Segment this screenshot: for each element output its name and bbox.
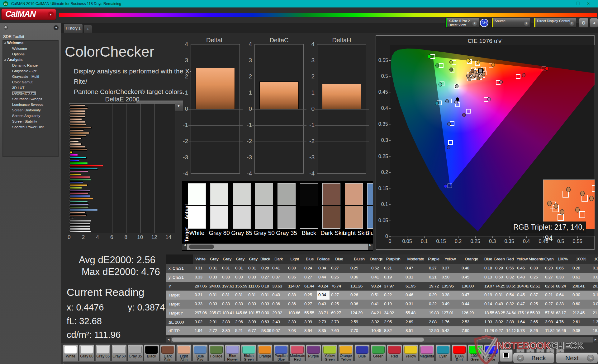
table-cell[interactable]: 0.21 xyxy=(543,291,554,300)
table-cell[interactable]: 74.25 xyxy=(494,282,505,291)
table-cell[interactable]: 58.39 xyxy=(260,326,271,335)
sidebar-item-analysis[interactable]: ◢Analysis xyxy=(3,57,58,63)
table-cell[interactable]: 34.92 xyxy=(382,309,404,318)
table-cell[interactable]: 37.97 xyxy=(382,282,404,291)
table-cell[interactable]: 2.96 xyxy=(234,318,247,327)
table-cell[interactable]: 0.31 xyxy=(234,291,247,300)
table-cell[interactable]: 5.73 xyxy=(515,326,529,335)
table-cell[interactable]: 0.28 xyxy=(260,264,271,273)
table-cell[interactable]: 0.18 xyxy=(483,264,494,273)
table-cell[interactable]: 0.46 xyxy=(404,291,427,300)
table-cell[interactable]: 0.50 xyxy=(494,273,505,282)
table-cell[interactable]: 0.27 xyxy=(303,273,317,282)
source-dropdown[interactable]: Source ▼ xyxy=(491,18,531,28)
table-cell[interactable]: 63.17 xyxy=(554,309,571,318)
table-cell[interactable]: 297.06 xyxy=(193,309,208,318)
table-cell[interactable]: 11.28 xyxy=(483,326,494,335)
table-cell[interactable]: 2.88 xyxy=(221,318,234,327)
chip-blue[interactable]: Blue xyxy=(354,344,370,362)
table-cell[interactable]: 0.31 xyxy=(404,273,427,282)
table-cell[interactable]: 0.18 xyxy=(260,282,271,291)
table-cell[interactable]: 3.80 xyxy=(221,326,234,335)
table-cell[interactable]: 1.64 xyxy=(515,318,529,327)
table-cell[interactable]: 135.95 xyxy=(440,282,460,291)
table-cell[interactable]: 0.21 xyxy=(427,273,440,282)
sidebar-item-dynamic-range[interactable]: Dynamic Range xyxy=(3,63,58,68)
table-cell[interactable]: 184.42 xyxy=(515,282,529,291)
table-cell[interactable]: 0.45 xyxy=(515,291,529,300)
table-cell[interactable]: 0.49 xyxy=(494,300,505,309)
table-cell[interactable]: 0.44 xyxy=(317,273,330,282)
chip-yellow[interactable]: Yellow xyxy=(403,344,418,362)
table-cell[interactable]: 0.27 xyxy=(330,291,349,300)
table-cell[interactable]: 3.99 xyxy=(303,318,317,327)
table-cell[interactable]: 175.16 xyxy=(515,309,529,318)
table-cell[interactable]: 0.33 xyxy=(208,273,221,282)
chip-purplish-blue[interactable]: PurplishBlue xyxy=(273,344,289,362)
table-cell[interactable]: 197.61 xyxy=(221,282,234,291)
table-cell[interactable]: 7.60 xyxy=(330,326,349,335)
table-cell[interactable]: 2.53 xyxy=(460,318,483,327)
sidebar-item-color-gamut[interactable]: Color Gamut xyxy=(3,79,58,85)
sidebar-item-3d-lut[interactable]: 3D LUT xyxy=(3,85,58,91)
table-cell[interactable]: 57.68 xyxy=(543,309,554,318)
table-cell[interactable]: 8.51 xyxy=(404,326,427,335)
table-cell[interactable]: 0.36 xyxy=(271,300,287,309)
table-cell[interactable]: 0.27 xyxy=(543,300,554,309)
table-cell[interactable]: 0.38 xyxy=(287,291,303,300)
table-cell[interactable]: 0.45 xyxy=(460,273,483,282)
table-cell[interactable]: 0.47 xyxy=(404,264,427,273)
table-cell[interactable]: 0.33 xyxy=(554,300,571,309)
table-cell[interactable]: 0.51 xyxy=(370,291,382,300)
table-cell[interactable]: 0.31 xyxy=(247,264,260,273)
meter-count-badge[interactable]: 234 xyxy=(480,19,488,27)
table-cell[interactable]: 11.82 xyxy=(543,326,554,335)
table-cell[interactable]: 0.33 xyxy=(193,300,208,309)
table-scrollbar-right-icon[interactable]: ▶ xyxy=(593,337,598,343)
table-cell[interactable]: 0.36 xyxy=(349,273,370,282)
table-cell[interactable]: 0.44 xyxy=(460,300,483,309)
table-cell[interactable]: 9.38 xyxy=(571,326,591,335)
table-cell[interactable]: 0.41 xyxy=(370,300,382,309)
table-cell[interactable]: 8.82 xyxy=(382,326,404,335)
table-cell[interactable]: 1.76 xyxy=(440,318,460,327)
table-cell[interactable]: 68.25 xyxy=(494,309,505,318)
table-cell[interactable]: 0.49 xyxy=(440,300,460,309)
table-cell[interactable]: 0.27 xyxy=(330,264,349,273)
sidebar-item-welcome[interactable]: Welcome xyxy=(3,46,58,51)
source-dropdown-caret[interactable]: ▼ xyxy=(524,21,529,26)
table-cell[interactable]: 0.32 xyxy=(505,273,515,282)
chip-yellow-green[interactable]: YellowGreen xyxy=(322,344,337,362)
chip-foliage[interactable]: Foliage xyxy=(209,344,224,362)
table-cell[interactable]: 19.83 xyxy=(427,309,440,318)
table-cell[interactable]: 69.27 xyxy=(330,309,349,318)
table-cell[interactable]: 0.22 xyxy=(382,291,404,300)
table-cell[interactable]: 0.15 xyxy=(591,291,598,300)
sidebar-item-screen-uniformity[interactable]: Screen Uniformity xyxy=(3,107,58,113)
table-cell[interactable]: 103.66 xyxy=(287,309,303,318)
table-cell[interactable]: 0.33 xyxy=(247,300,260,309)
table-cell[interactable]: 0.47 xyxy=(460,291,483,300)
table-cell[interactable]: 0.20 xyxy=(543,264,554,273)
table-cell[interactable]: 43.24 xyxy=(317,282,330,291)
table-cell[interactable]: 7.90 xyxy=(460,326,483,335)
sidebar-item-screen-angularity[interactable]: Screen Angularity xyxy=(3,113,58,119)
table-cell[interactable]: 0.27 xyxy=(303,300,317,309)
table-cell[interactable]: 0.19 xyxy=(382,300,404,309)
table-cell[interactable]: 2.73 xyxy=(330,318,349,327)
table-cell[interactable]: 2.65 xyxy=(529,318,543,327)
table-cell[interactable]: 0.06 xyxy=(591,273,598,282)
table-cell[interactable]: 0.64 xyxy=(554,291,571,300)
table-cell[interactable]: 1.93 xyxy=(483,318,494,327)
table-cell[interactable]: 126.29 xyxy=(460,309,483,318)
table-cell[interactable]: 0.33 xyxy=(247,273,260,282)
table-cell[interactable]: 0.33 xyxy=(234,273,247,282)
swatch-scrollbar-left-icon[interactable]: ◀ xyxy=(182,244,187,250)
table-cell[interactable]: 0.19 xyxy=(483,291,494,300)
table-cell[interactable]: 4.76 xyxy=(554,318,571,327)
minimize-button[interactable]: – xyxy=(563,1,571,7)
table-cell[interactable]: 38.65 xyxy=(505,282,515,291)
chip-gray-65[interactable]: Gray 65 xyxy=(95,344,111,362)
table-cell[interactable]: 111.05 xyxy=(247,282,260,291)
table-cell[interactable]: 0.25 xyxy=(330,300,349,309)
